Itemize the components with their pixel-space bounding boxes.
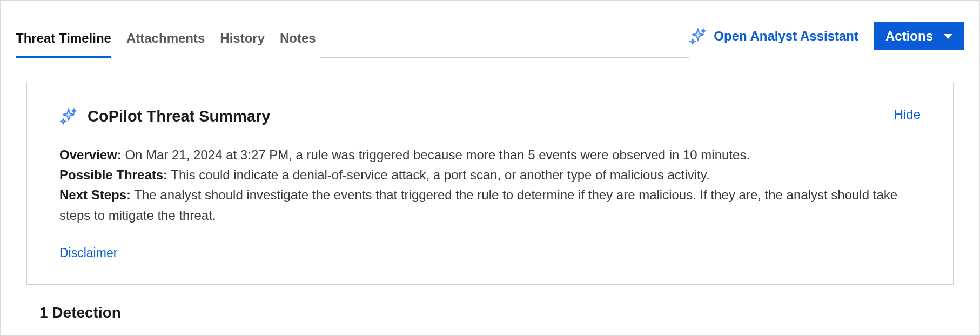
next-steps-label: Next Steps: bbox=[59, 187, 131, 202]
tab-history[interactable]: History bbox=[220, 31, 265, 58]
overview-label: Overview: bbox=[59, 147, 122, 162]
chevron-down-icon bbox=[944, 34, 952, 39]
card-title: CoPilot Threat Summary bbox=[88, 107, 270, 125]
sparkle-icon bbox=[689, 27, 707, 45]
open-analyst-assistant-link[interactable]: Open Analyst Assistant bbox=[689, 27, 858, 45]
card-body: Overview: On Mar 21, 2024 at 3:27 PM, a … bbox=[59, 145, 921, 263]
tab-notes[interactable]: Notes bbox=[280, 31, 316, 58]
header-right: Open Analyst Assistant Actions bbox=[689, 22, 964, 58]
next-steps-line: Next Steps: The analyst should investiga… bbox=[59, 185, 921, 225]
overview-line: Overview: On Mar 21, 2024 at 3:27 PM, a … bbox=[59, 145, 921, 165]
threats-label: Possible Threats: bbox=[59, 167, 167, 182]
sparkle-icon bbox=[59, 107, 78, 125]
copilot-summary-card: CoPilot Threat Summary Hide Overview: On… bbox=[26, 83, 954, 285]
tab-strip: Threat Timeline Attachments History Note… bbox=[16, 31, 316, 58]
card-header: CoPilot Threat Summary Hide bbox=[59, 107, 921, 125]
threats-line: Possible Threats: This could indicate a … bbox=[59, 165, 921, 185]
actions-button-label: Actions bbox=[885, 29, 933, 44]
actions-button[interactable]: Actions bbox=[874, 22, 964, 50]
hide-link[interactable]: Hide bbox=[894, 107, 921, 122]
next-steps-text: The analyst should investigate the event… bbox=[59, 187, 897, 222]
threats-text: This could indicate a denial-of-service … bbox=[171, 167, 709, 182]
tab-underline bbox=[320, 57, 689, 58]
disclaimer-link[interactable]: Disclaimer bbox=[59, 244, 117, 263]
overview-text: On Mar 21, 2024 at 3:27 PM, a rule was t… bbox=[125, 147, 750, 162]
detections-heading: 1 Detection bbox=[39, 304, 979, 321]
app-frame: Threat Timeline Attachments History Note… bbox=[0, 0, 980, 336]
top-bar: Threat Timeline Attachments History Note… bbox=[1, 1, 979, 58]
tab-baseline bbox=[16, 57, 964, 57]
tab-threat-timeline[interactable]: Threat Timeline bbox=[16, 31, 111, 58]
open-analyst-assistant-label: Open Analyst Assistant bbox=[714, 29, 858, 44]
tab-attachments[interactable]: Attachments bbox=[126, 31, 205, 58]
